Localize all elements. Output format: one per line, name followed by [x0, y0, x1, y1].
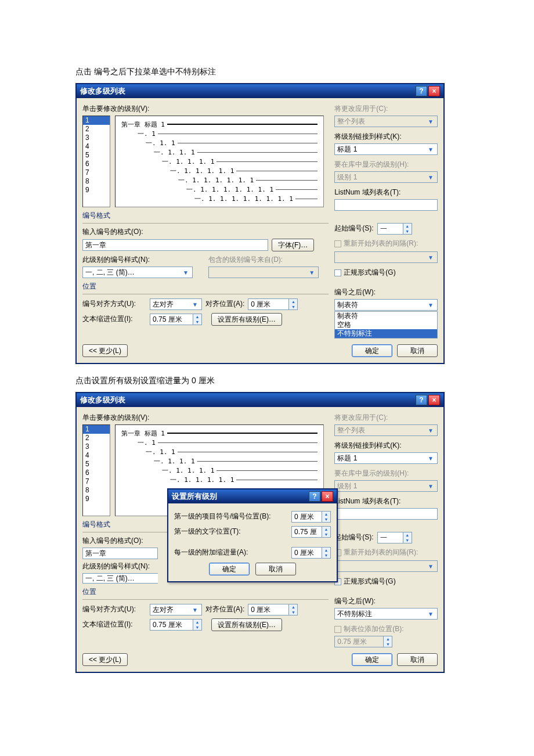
set-all-levels-button[interactable]: 设置所有级别(E)… [211, 313, 282, 326]
align-position-spinner[interactable]: ▲▼ [248, 298, 298, 310]
ok-button[interactable]: 确定 [352, 344, 392, 357]
chevron-down-icon: ▼ [427, 145, 435, 153]
start-number-spinner[interactable]: ▲▼ [377, 223, 412, 235]
level-item[interactable]: 8 [83, 486, 110, 495]
inner-row1-label: 第一级的项目符号/编号位置(B): [174, 512, 291, 521]
after-option[interactable]: 制表符 [335, 312, 437, 321]
inner-titlebar[interactable]: 设置所有级别 ? × [168, 489, 337, 503]
chevron-down-icon: ▼ [427, 117, 435, 125]
number-format-input[interactable] [82, 239, 268, 251]
help-icon[interactable]: ? [416, 86, 427, 96]
restart-checkbox [334, 240, 341, 247]
level-item[interactable]: 3 [83, 442, 110, 451]
chevron-down-icon: ▼ [427, 253, 435, 261]
chevron-down-icon: ▼ [427, 610, 435, 618]
tabstop-label: 制表位添加位置(B): [344, 624, 403, 634]
cancel-button[interactable]: 取消 [397, 653, 438, 666]
help-icon[interactable]: ? [309, 491, 320, 502]
less-button[interactable]: << 更少(L) [82, 653, 128, 666]
legal-label: 正规形式编号(G) [344, 268, 395, 278]
inner-cancel-button[interactable]: 取消 [255, 563, 296, 575]
level-item[interactable]: 6 [83, 160, 110, 168]
level-item[interactable]: 3 [83, 134, 110, 142]
after-options-list[interactable]: 制表符 空格 不特别标注 [334, 311, 438, 339]
titlebar[interactable]: 修改多级列表 ? × [77, 84, 443, 98]
listnum-input[interactable] [334, 508, 438, 520]
level-item[interactable]: 2 [83, 434, 110, 442]
chevron-down-icon: ▼ [427, 562, 435, 570]
chevron-down-icon: ▼ [427, 454, 435, 462]
link-style-select[interactable]: 标题 1▼ [334, 452, 438, 464]
alignpos-label: 对齐位置(A): [205, 299, 244, 309]
restart-label: 重新开始列表的间隔(R): [344, 239, 418, 249]
after-select[interactable]: 制表符▼ [334, 299, 438, 311]
inner-title: 设置所有级别 [172, 491, 217, 502]
apply-select: 整个列表▼ [334, 424, 438, 436]
inner-row2-label: 第一级的文字位置(T): [174, 527, 291, 537]
inner-row1-spinner[interactable]: ▲▼ [291, 511, 331, 523]
level-item[interactable]: 4 [83, 142, 110, 151]
titlebar[interactable]: 修改多级列表 ? × [77, 393, 443, 407]
ok-button[interactable]: 确定 [352, 653, 392, 666]
level-item[interactable]: 1 [83, 116, 110, 125]
after-select[interactable]: 不特别标注▼ [334, 608, 438, 620]
section-position: 位置 [82, 587, 329, 597]
set-all-levels-button[interactable]: 设置所有级别(E)… [211, 618, 282, 631]
legal-checkbox[interactable] [334, 269, 341, 276]
restart-select: ▼ [334, 251, 438, 263]
level-item[interactable]: 5 [83, 151, 110, 160]
level-item[interactable]: 7 [83, 168, 110, 177]
number-style-select[interactable]: 一, 二, 三 (简)…▼ [82, 267, 193, 278]
listnum-label: ListNum 域列表名(T): [334, 496, 438, 506]
include-label: 包含的级别编号来自(D): [208, 255, 329, 265]
tabstop-spinner: ▲▼ [334, 636, 438, 647]
level-item[interactable]: 8 [83, 177, 110, 186]
caption-2: 点击设置所有级别设置缩进量为 0 厘米 [75, 376, 459, 386]
after-label: 编号之后(W): [334, 596, 438, 606]
level-item[interactable]: 1 [83, 425, 110, 434]
after-label: 编号之后(W): [334, 287, 438, 297]
cancel-button[interactable]: 取消 [397, 344, 438, 357]
after-option[interactable]: 不特别标注 [335, 329, 437, 338]
apply-label: 将更改应用于(C): [334, 104, 438, 114]
indent-label: 文本缩进位置(I): [82, 620, 146, 629]
dialog-title: 修改多级列表 [80, 395, 125, 405]
close-icon[interactable]: × [322, 491, 333, 502]
level-item[interactable]: 2 [83, 125, 110, 134]
less-button[interactable]: << 更少(L) [82, 344, 128, 357]
include-level-select: ▼ [208, 267, 319, 278]
indent-spinner[interactable]: ▲▼ [150, 619, 202, 631]
align-select[interactable]: 左对齐▼ [150, 298, 202, 310]
close-icon[interactable]: × [428, 395, 440, 405]
listnum-label: ListNum 域列表名(T): [334, 188, 438, 197]
indent-spinner[interactable]: ▲▼ [150, 314, 202, 325]
number-format-input[interactable] [82, 548, 158, 559]
level-item[interactable]: 4 [83, 451, 110, 460]
level-listbox[interactable]: 1 2 3 4 5 6 7 8 9 [82, 424, 110, 516]
start-number-spinner[interactable]: ▲▼ [377, 532, 412, 543]
inner-ok-button[interactable]: 确定 [209, 563, 250, 575]
level-item[interactable]: 9 [83, 495, 110, 503]
level-listbox[interactable]: 1 2 3 4 5 6 7 8 9 [82, 116, 110, 207]
align-position-spinner[interactable]: ▲▼ [248, 604, 298, 615]
after-option[interactable]: 空格 [335, 321, 437, 329]
level-item[interactable]: 7 [83, 477, 110, 486]
font-button[interactable]: 字体(F)… [272, 239, 314, 251]
close-icon[interactable]: × [428, 86, 440, 96]
chevron-down-icon: ▼ [191, 606, 199, 614]
chevron-down-icon: ▼ [427, 482, 435, 490]
alignpos-label: 对齐位置(A): [205, 604, 244, 614]
level-item[interactable]: 6 [83, 469, 110, 477]
start-label: 起始编号(S): [334, 532, 373, 542]
listnum-input[interactable] [334, 199, 438, 211]
align-select[interactable]: 左对齐▼ [150, 604, 202, 615]
level-item[interactable]: 5 [83, 460, 110, 469]
help-icon[interactable]: ? [416, 395, 427, 405]
level-item[interactable]: 9 [83, 186, 110, 195]
link-style-select[interactable]: 标题 1▼ [334, 143, 438, 155]
link-label: 将级别链接到样式(K): [334, 441, 438, 451]
inner-row3-spinner[interactable]: ▲▼ [291, 547, 331, 559]
number-style-select[interactable]: 一, 二, 三 (简)… [82, 573, 158, 584]
inner-row2-spinner[interactable]: ▲▼ [291, 526, 331, 538]
apply-label: 将更改应用于(C): [334, 413, 438, 423]
